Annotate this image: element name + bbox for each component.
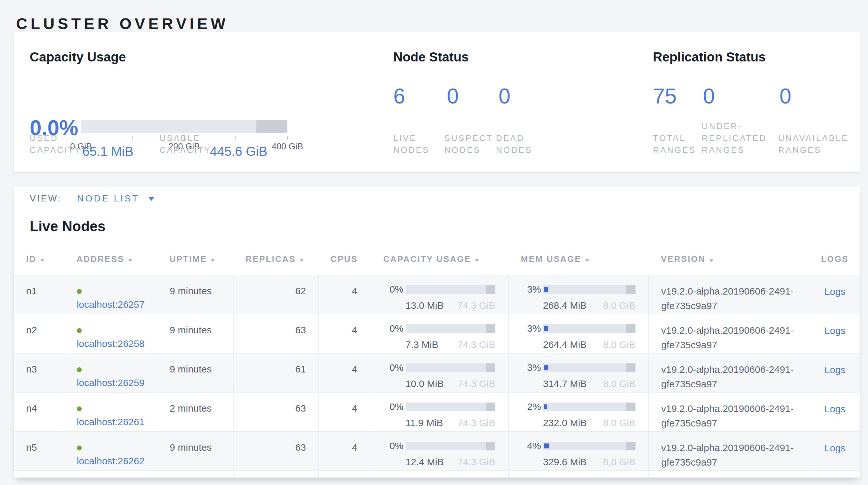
table-row[interactable]: n2 localhost:26258 9 minutes 63 4 0% 7.3…: [13, 314, 860, 353]
logs-link[interactable]: Logs: [825, 325, 845, 336]
column-header-address[interactable]: ADDRESS▼: [64, 243, 157, 275]
node-address-link[interactable]: localhost:26262: [77, 456, 145, 466]
capacity-pct-label: 0%: [383, 322, 404, 335]
sort-arrow-icon: ▼: [473, 257, 482, 263]
logs-cell: Logs: [810, 314, 860, 353]
cpus-cell: 4: [318, 353, 371, 393]
unavailable-ranges-label: UNAVAILABLE RANGES: [778, 132, 859, 156]
replicas-cell: 62: [234, 275, 318, 314]
capacity-usage-cell: 0% 11.9 MiB 74.3 GiB: [371, 393, 508, 432]
sort-arrow-icon: ▼: [39, 257, 47, 263]
capacity-bar-cap: [256, 120, 287, 133]
logs-link[interactable]: Logs: [825, 443, 845, 453]
column-header-capacity[interactable]: CAPACITY USAGE▼: [371, 243, 508, 275]
view-bar: VIEW: NODE LIST ▼: [13, 187, 860, 210]
node-address-link[interactable]: localhost:26257: [77, 299, 145, 310]
mem-total-value: 8.0 GiB: [603, 338, 635, 351]
node-address-cell: localhost:26261: [64, 393, 157, 432]
capacity-axis-label: 400 GiB: [272, 142, 303, 152]
mem-pct-label: 3%: [521, 361, 541, 374]
live-status-dot-icon: [77, 367, 82, 372]
column-header-id[interactable]: ID▼: [13, 243, 64, 275]
cpus-cell: 4: [318, 314, 371, 353]
column-header-replicas[interactable]: REPLICAS▼: [234, 243, 318, 275]
column-header-version[interactable]: VERSION▼: [648, 243, 810, 275]
mem-pct-label: 3%: [521, 322, 541, 335]
table-row-partial: [13, 471, 860, 478]
capacity-total-value: 74.3 GiB: [458, 416, 495, 430]
capacity-usage-cell: 0% 13.0 MiB 74.3 GiB: [371, 275, 508, 314]
replication-status-title: Replication Status: [653, 51, 868, 63]
logs-link[interactable]: Logs: [825, 403, 845, 414]
uptime-cell: 9 minutes: [157, 275, 234, 314]
node-address-cell: localhost:26258: [64, 314, 157, 353]
mem-used-value: 232.0 MiB: [543, 416, 587, 430]
mem-usage-cell: 3% 264.4 MiB 8.0 GiB: [508, 314, 648, 353]
logs-link[interactable]: Logs: [825, 286, 845, 297]
capacity-pct-label: 0%: [383, 361, 404, 374]
logs-link[interactable]: Logs: [825, 364, 845, 375]
logs-cell: Logs: [810, 275, 860, 314]
table-row[interactable]: n3 localhost:26259 9 minutes 61 4 0% 10.…: [13, 353, 860, 393]
capacity-bar: [406, 285, 495, 294]
mem-total-value: 8.0 GiB: [603, 377, 635, 391]
capacity-total-value: 74.3 GiB: [458, 299, 495, 312]
replication-status-section: Replication Status 75TOTAL RANGES 0UNDER…: [653, 32, 868, 172]
live-status-dot-icon: [77, 446, 82, 450]
version-cell: v19.2.0-alpha.20190606-2491-gfe735c9a97: [648, 393, 810, 432]
capacity-used-value: 11.9 MiB: [406, 416, 443, 430]
view-dropdown[interactable]: NODE LIST ▼: [77, 193, 157, 204]
mem-usage-cell: 3% 314.7 MiB 8.0 GiB: [508, 353, 648, 393]
usable-capacity-label: USABLE CAPACITY: [159, 132, 215, 156]
unavailable-ranges-count: 0: [779, 85, 792, 107]
suspect-nodes-label: SUSPECT NODES: [444, 132, 501, 156]
table-row[interactable]: n4 localhost:26261 2 minutes 63 4 0% 11.…: [13, 393, 860, 432]
node-address-link[interactable]: localhost:26258: [77, 338, 145, 349]
mem-used-value: 264.4 MiB: [543, 338, 587, 351]
node-status-section: Node Status 6LIVE NODES 0SUSPECT NODES 0…: [393, 32, 626, 172]
capacity-used-value: 10.0 MiB: [406, 377, 444, 391]
node-address-cell: localhost:26262: [64, 432, 157, 471]
capacity-total-value: 74.3 GiB: [458, 377, 495, 391]
summary-card: Capacity Usage 0.0% 0 GiB200 GiB400 GiB …: [13, 32, 860, 172]
view-label: VIEW:: [30, 193, 62, 204]
sort-arrow-icon: ▼: [209, 257, 218, 263]
node-address-link[interactable]: localhost:26261: [77, 417, 145, 427]
capacity-bar: [406, 403, 495, 411]
table-row[interactable]: n1 localhost:26257 9 minutes 62 4 0% 13.…: [13, 275, 860, 314]
total-ranges-count: 75: [653, 85, 677, 107]
dead-nodes-label: DEAD NODES: [496, 132, 548, 156]
table-row[interactable]: n5 localhost:26262 9 minutes 63 4 0% 12.…: [13, 432, 860, 471]
live-nodes-count: 6: [393, 85, 405, 107]
replicas-cell: 63: [234, 432, 318, 471]
mem-pct-label: 2%: [521, 400, 541, 413]
uptime-cell: 9 minutes: [157, 353, 234, 393]
mem-used-value: 268.4 MiB: [543, 299, 587, 312]
uptime-cell: 9 minutes: [157, 432, 234, 471]
replicas-cell: 63: [234, 314, 318, 353]
nodes-card: VIEW: NODE LIST ▼ Live Nodes ID▼ADDRESS▼…: [13, 187, 860, 478]
capacity-usage-section: Capacity Usage 0.0% 0 GiB200 GiB400 GiB …: [30, 32, 307, 172]
mem-pct-label: 3%: [521, 283, 541, 296]
used-capacity-value: 65.1 MiB: [82, 145, 133, 158]
capacity-bar: [406, 324, 495, 333]
node-address-cell: localhost:26257: [64, 275, 157, 314]
version-cell: v19.2.0-alpha.20190606-2491-gfe735c9a97: [648, 353, 810, 393]
under-replicated-count: 0: [703, 85, 715, 107]
mem-total-value: 8.0 GiB: [603, 299, 635, 312]
uptime-cell: 9 minutes: [157, 314, 234, 353]
logs-cell: Logs: [810, 393, 860, 432]
node-address-link[interactable]: localhost:26259: [77, 377, 145, 388]
node-id-cell: n5: [13, 432, 64, 471]
column-header-logs: LOGS: [810, 243, 860, 275]
capacity-used-value: 12.4 MiB: [406, 455, 444, 469]
column-header-mem[interactable]: MEM USAGE▼: [508, 243, 648, 275]
capacity-total-value: 74.3 GiB: [458, 455, 495, 469]
mem-bar: [543, 364, 636, 372]
node-id-cell: n3: [13, 353, 64, 393]
column-header-uptime[interactable]: UPTIME▼: [157, 243, 234, 275]
usable-capacity-value: 445.6 GiB: [210, 145, 268, 158]
capacity-bar: [81, 120, 287, 133]
node-id-cell: n2: [13, 314, 64, 353]
capacity-usage-title: Capacity Usage: [30, 51, 307, 63]
